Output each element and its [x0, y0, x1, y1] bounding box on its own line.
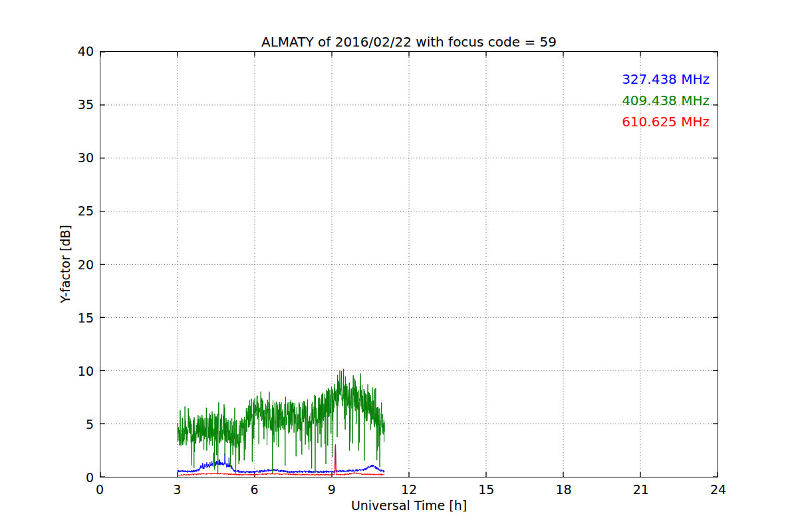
x-tick-label: 3 [150, 482, 203, 497]
legend-entry: 409.438 MHz [100, 90, 710, 111]
series-line [178, 445, 384, 473]
chart-title: ALMATY of 2016/02/22 with focus code = 5… [100, 34, 718, 50]
y-tick-label: 25 [0, 203, 94, 218]
series-line [178, 369, 384, 474]
legend-entry: 327.438 MHz [100, 68, 710, 90]
x-tick-label: 9 [305, 482, 358, 497]
legend: 327.438 MHz409.438 MHz610.625 MHz [100, 68, 710, 132]
y-tick-label: 35 [0, 97, 94, 112]
y-tick-label: 40 [0, 44, 94, 59]
y-tick-label: 15 [0, 311, 94, 325]
x-tick-label: 15 [460, 482, 513, 497]
x-tick-label: 21 [614, 482, 668, 497]
x-tick-label: 24 [692, 482, 745, 497]
y-tick-label: 5 [0, 417, 94, 432]
legend-entry: 610.625 MHz [100, 111, 710, 132]
x-tick-label: 18 [537, 482, 591, 497]
y-tick-label: 10 [0, 364, 94, 378]
y-tick-label: 30 [0, 150, 94, 165]
y-tick-label: 20 [0, 257, 94, 272]
x-tick-label: 6 [228, 482, 281, 497]
x-tick-label: 12 [382, 482, 436, 497]
x-axis-label: Universal Time [h] [100, 498, 718, 513]
x-tick-label: 0 [73, 482, 126, 497]
